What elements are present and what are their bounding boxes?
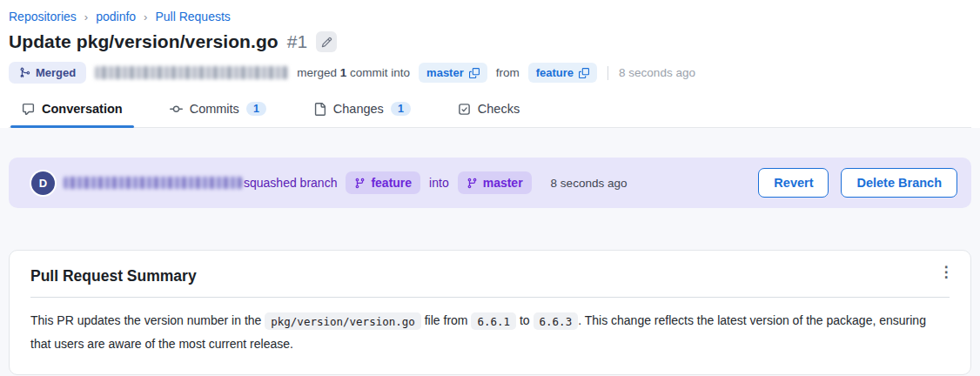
git-merge-icon <box>19 67 30 78</box>
pr-title-row: Update pkg/version/version.go #1 <box>9 31 971 52</box>
breadcrumb-repositories[interactable]: Repositories <box>9 10 77 24</box>
pencil-icon <box>321 37 332 48</box>
pr-content-area: D squashed branch feature into master 8 … <box>0 128 980 376</box>
breadcrumb-separator: › <box>84 10 88 24</box>
pull-request-summary-card: Pull Request Summary ⋮ This PR updates t… <box>9 250 971 375</box>
source-branch-name: feature <box>371 176 412 190</box>
target-branch-name: master <box>426 66 464 79</box>
revert-button[interactable]: Revert <box>758 168 829 198</box>
divider <box>607 66 608 80</box>
redacted-author-name <box>95 66 288 79</box>
tab-checks[interactable]: Checks <box>446 102 531 127</box>
body-text: to <box>516 313 533 327</box>
body-text: file from <box>421 313 472 327</box>
tab-conversation[interactable]: Conversation <box>10 102 134 127</box>
merged-status-badge: Merged <box>9 62 86 84</box>
breadcrumb-separator: › <box>144 10 147 24</box>
breadcrumb: Repositories › podinfo › Pull Requests <box>9 10 971 24</box>
comment-icon <box>22 103 35 116</box>
inline-code: 6.6.1 <box>471 312 516 330</box>
pr-header-section: Repositories › podinfo › Pull Requests U… <box>0 0 980 128</box>
inline-code: 6.6.3 <box>534 312 579 330</box>
source-branch-name: feature <box>536 66 574 79</box>
git-branch-icon <box>354 178 366 189</box>
breadcrumb-pull-requests[interactable]: Pull Requests <box>155 10 230 24</box>
from-word: from <box>496 66 520 79</box>
pr-tab-bar: Conversation Commits 1 Changes 1 Checks <box>9 102 971 128</box>
tab-label: Changes <box>333 102 384 116</box>
tab-label: Commits <box>190 102 239 116</box>
merged-status-label: Merged <box>36 66 76 79</box>
merged-event-banner: D squashed branch feature into master 8 … <box>9 158 971 208</box>
tab-label: Checks <box>478 102 520 116</box>
delete-branch-button[interactable]: Delete Branch <box>841 168 957 198</box>
summary-card-body: This PR updates the version number in th… <box>30 309 950 355</box>
edit-title-button[interactable] <box>316 31 337 52</box>
into-word: into <box>429 176 449 190</box>
merge-timestamp: 8 seconds ago <box>619 66 695 79</box>
git-branch-icon <box>467 178 478 189</box>
pr-status-row: Merged merged 1 commit into master from … <box>9 62 971 84</box>
target-branch-name: master <box>483 176 523 190</box>
git-commit-icon <box>170 103 183 116</box>
commit-count: 1 <box>340 66 347 79</box>
redacted-author-name <box>64 177 242 189</box>
summary-card-title: Pull Request Summary <box>30 267 950 285</box>
merge-summary-text: merged 1 commit into <box>297 66 410 79</box>
target-branch-pill[interactable]: master <box>419 63 487 83</box>
file-icon <box>313 103 326 116</box>
commits-count-badge: 1 <box>246 102 266 116</box>
tab-label: Conversation <box>42 102 123 116</box>
body-text: This PR updates the version number in th… <box>30 313 265 327</box>
tab-commits[interactable]: Commits 1 <box>158 102 278 127</box>
avatar[interactable]: D <box>31 171 55 195</box>
copy-icon[interactable] <box>579 68 589 78</box>
copy-icon[interactable] <box>469 68 480 78</box>
banner-timestamp: 8 seconds ago <box>551 177 628 190</box>
pr-title: Update pkg/version/version.go <box>9 31 279 52</box>
pr-number: #1 <box>287 31 307 52</box>
merge-action-text: squashed branch <box>244 176 337 190</box>
kebab-menu-icon[interactable]: ⋮ <box>936 262 957 283</box>
source-branch-badge[interactable]: feature <box>346 171 420 194</box>
breadcrumb-podinfo[interactable]: podinfo <box>96 10 136 24</box>
tab-changes[interactable]: Changes 1 <box>302 102 422 127</box>
checklist-icon <box>458 103 471 116</box>
source-branch-pill[interactable]: feature <box>528 63 597 83</box>
changes-count-badge: 1 <box>391 102 411 116</box>
target-branch-badge[interactable]: master <box>458 171 532 194</box>
inline-code: pkg/version/version.go <box>265 312 421 330</box>
divider <box>30 297 950 298</box>
